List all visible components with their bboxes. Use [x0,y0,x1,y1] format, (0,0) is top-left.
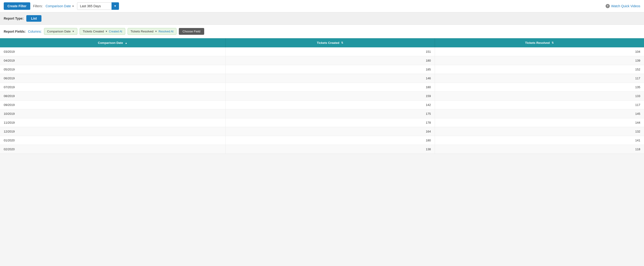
cell-created: 185 [226,65,435,74]
comparison-date-filter-label: Comparison Date [46,4,71,8]
cell-resolved: 104 [435,47,644,56]
field1-name: Comparison Date [47,30,70,33]
help-icon[interactable]: ? [606,4,610,8]
cell-created: 142 [226,101,435,109]
table-header-row: Comparison Date ▲ Tickets Created ⇅ Tick… [0,38,644,47]
table-row: 06/2019 146 117 [0,74,644,83]
date-range-wrapper: Last 365 Days Last 30 Days Last 7 Days C… [77,2,119,10]
col1-header-label: Comparison Date [98,41,123,45]
cell-date: 05/2019 [0,65,226,74]
table-row: 12/2019 164 132 [0,127,644,136]
field2-name: Tickets Created [83,30,104,33]
cell-created: 159 [226,92,435,101]
data-table: Comparison Date ▲ Tickets Created ⇅ Tick… [0,38,644,154]
filters-label: Filters: [33,4,43,8]
cell-created: 151 [226,47,435,56]
col1-sort-icon: ▲ [125,42,127,44]
cell-date: 06/2019 [0,74,226,83]
cell-created: 180 [226,83,435,92]
cell-resolved: 145 [435,109,644,118]
cell-resolved: 117 [435,74,644,83]
field3-name: Tickets Resolved [130,30,154,33]
tickets-created-field-button[interactable]: Tickets Created ▼ Created At [80,28,125,35]
report-type-bar: Report Type: List [0,12,644,25]
cell-resolved: 117 [435,101,644,109]
table-row: 09/2019 142 117 [0,101,644,109]
cell-created: 180 [226,136,435,145]
table-row: 04/2019 180 139 [0,56,644,65]
cell-date: 10/2019 [0,109,226,118]
cell-date: 09/2019 [0,101,226,109]
tickets-resolved-field-button[interactable]: Tickets Resolved ▼ Resolved At [128,28,176,35]
col-tickets-resolved-header[interactable]: Tickets Resolved ⇅ [435,38,644,47]
table-row: 01/2020 180 141 [0,136,644,145]
cell-date: 08/2019 [0,92,226,101]
report-fields-bar: Report Fields: Columns: Comparison Date … [0,25,644,38]
cell-resolved: 132 [435,127,644,136]
cell-created: 164 [226,127,435,136]
cell-created: 175 [226,109,435,118]
comparison-date-field-button[interactable]: Comparison Date ▼ [44,28,77,35]
choose-field-button[interactable]: Choose Field [179,28,204,35]
field1-arrow-icon: ▼ [72,30,74,33]
table-body: 03/2019 151 104 04/2019 180 139 05/2019 … [0,47,644,154]
comparison-date-dropdown-arrow: ▼ [72,5,74,8]
table-row: 10/2019 175 145 [0,109,644,118]
data-table-container: Comparison Date ▲ Tickets Created ⇅ Tick… [0,38,644,154]
report-type-label: Report Type: [4,17,24,20]
cell-date: 01/2020 [0,136,226,145]
date-range-select[interactable]: Last 365 Days Last 30 Days Last 7 Days C… [77,2,119,10]
table-row: 03/2019 151 104 [0,47,644,56]
cell-resolved: 152 [435,65,644,74]
col3-sort-icon: ⇅ [552,41,554,44]
table-row: 05/2019 185 152 [0,65,644,74]
col3-header-label: Tickets Resolved [525,41,550,45]
table-row: 08/2019 159 133 [0,92,644,101]
table-row: 07/2019 180 135 [0,83,644,92]
cell-created: 180 [226,56,435,65]
watch-videos-link[interactable]: Watch Quick Videos [611,4,640,8]
toolbar: Create Filter Filters: Comparison Date ▼… [0,0,644,12]
list-button[interactable]: List [26,15,42,22]
col2-sort-icon: ⇅ [341,41,343,44]
cell-date: 04/2019 [0,56,226,65]
field2-arrow-icon: ▼ [105,30,108,33]
cell-date: 02/2020 [0,145,226,154]
report-fields-label: Report Fields: [4,30,26,33]
col-tickets-created-header[interactable]: Tickets Created ⇅ [226,38,435,47]
cell-resolved: 135 [435,83,644,92]
columns-label: Columns: [28,30,42,33]
table-row: 02/2020 138 118 [0,145,644,154]
comparison-date-filter[interactable]: Comparison Date ▼ [46,4,74,8]
cell-resolved: 144 [435,118,644,127]
cell-created: 146 [226,74,435,83]
cell-resolved: 139 [435,56,644,65]
cell-date: 11/2019 [0,118,226,127]
cell-resolved: 118 [435,145,644,154]
table-row: 11/2019 178 144 [0,118,644,127]
field3-sub: Resolved At [158,30,174,33]
cell-date: 07/2019 [0,83,226,92]
cell-date: 12/2019 [0,127,226,136]
field2-sub: Created At [109,30,122,33]
cell-created: 178 [226,118,435,127]
cell-created: 138 [226,145,435,154]
cell-resolved: 133 [435,92,644,101]
col-comparison-date-header[interactable]: Comparison Date ▲ [0,38,226,47]
cell-date: 03/2019 [0,47,226,56]
field3-arrow-icon: ▼ [155,30,157,33]
toolbar-right: ? Watch Quick Videos [606,4,640,8]
cell-resolved: 141 [435,136,644,145]
create-filter-button[interactable]: Create Filter [4,2,30,10]
col2-header-label: Tickets Created [317,41,340,45]
